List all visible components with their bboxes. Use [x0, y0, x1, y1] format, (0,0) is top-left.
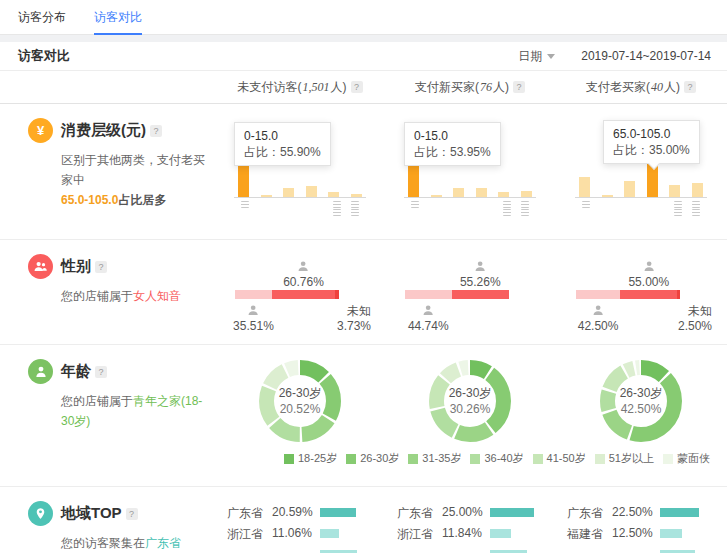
section-toolbar: 访客对比 日期 2019-07-14~2019-07-14: [0, 42, 727, 71]
section-title: 地域TOP: [61, 504, 122, 523]
section-region-top: 地域TOP ? 您的访客聚集在广东省 广东省20.59%浙江省11.06% 广东…: [0, 487, 727, 553]
location-pin-icon: [28, 501, 53, 526]
legend-item: 18-25岁: [284, 451, 337, 466]
help-icon[interactable]: ?: [513, 81, 525, 93]
tooltip-share: 占比：53.95%: [414, 144, 491, 160]
help-icon[interactable]: ?: [95, 261, 107, 273]
tooltip-range: 0-15.0: [414, 128, 491, 144]
axis-tick-icon: [674, 209, 682, 216]
gender-people-icon: [28, 254, 53, 279]
consumption-chart-unpaid: 0-15.0占比：55.90%: [234, 120, 366, 218]
section-consumption-level: ¥ 消费层级(元) ? 区别于其他两类，支付老买家中 65.0-105.0占比居…: [0, 104, 727, 240]
person-icon: [297, 260, 310, 273]
legend-swatch-icon: [470, 454, 480, 464]
column-header-repeat-buyers: 支付老买家(40人)?: [555, 79, 727, 96]
unknown-percent: 3.73%: [337, 319, 371, 334]
date-dropdown-label: 日期: [518, 48, 542, 65]
axis-tick-icon: [692, 209, 700, 216]
chart-tooltip: 65.0-105.0占比：35.00%: [603, 120, 700, 164]
chart-tooltip: 0-15.0占比：53.95%: [404, 122, 501, 166]
bar: [351, 194, 362, 197]
male-percent: 44.74%: [408, 320, 449, 333]
bar: [579, 177, 590, 197]
age-donut-unpaid: 26-30岁20.52%: [258, 359, 342, 443]
province-percent: 11.06%: [272, 526, 320, 540]
gender-chart-new-buyers: 55.26%44.74%: [395, 260, 545, 344]
bar: [328, 192, 339, 197]
legend-label: 51岁以上: [609, 451, 654, 466]
gender-bar: [235, 290, 339, 299]
province-bar: [490, 529, 511, 538]
bar: [431, 195, 442, 197]
tooltip-share: 占比：35.00%: [613, 142, 690, 158]
bar: [602, 195, 613, 197]
bar: [692, 183, 703, 197]
province-bar: [660, 508, 699, 517]
help-icon[interactable]: ?: [95, 366, 107, 378]
person-icon: [642, 260, 655, 273]
unknown-share: 未知3.73%: [337, 304, 371, 334]
axis-tick-icon: [521, 201, 529, 208]
column-header-new-buyers: 支付新买家(76人)?: [385, 79, 555, 96]
tooltip-range: 0-15.0: [244, 128, 321, 144]
legend-swatch-icon: [408, 454, 418, 464]
female-segment: [620, 290, 677, 299]
age-donut-repeat-buyers: 26-30岁42.50%: [599, 359, 683, 443]
help-icon[interactable]: ?: [150, 125, 162, 137]
region-row: 广东省25.00%: [397, 505, 553, 526]
axis-labels: [234, 200, 366, 217]
province-percent: 11.84%: [442, 526, 490, 540]
axis-tick-icon: [351, 201, 359, 208]
tooltip-range: 65.0-105.0: [613, 126, 690, 142]
bar-chart: [234, 162, 366, 198]
page-title: 访客对比: [18, 47, 70, 65]
bar: [283, 188, 294, 197]
date-dropdown[interactable]: 日期: [518, 48, 555, 65]
help-icon[interactable]: ?: [684, 81, 696, 93]
consumption-chart-repeat-buyers: 65.0-105.0占比：35.00%: [575, 120, 707, 218]
male-percent: 35.51%: [233, 320, 274, 333]
legend-swatch-icon: [663, 454, 673, 464]
section-age: 年龄 ? 您的店铺属于青年之家(18-30岁) 26-30岁20.52% 26-…: [0, 345, 727, 487]
tab-bar: 访客分布 访客对比: [0, 0, 727, 35]
region-row: 广东省22.50%: [567, 505, 723, 526]
province-percent: 20.59%: [272, 505, 320, 519]
age-legend: 18-25岁26-30岁31-35岁36-40岁41-50岁51岁以上蒙面侠: [284, 451, 727, 466]
legend-label: 41-50岁: [547, 451, 586, 466]
province-bar: [660, 529, 682, 538]
person-icon: [422, 304, 435, 317]
province-bar: [320, 508, 356, 517]
legend-item: 36-40岁: [470, 451, 523, 466]
region-row: [397, 547, 553, 553]
axis-tick-icon: [333, 209, 341, 216]
axis-tick-icon: [503, 209, 511, 216]
axis-tick-icon: [333, 201, 341, 208]
section-insight: 您的店铺属于青年之家(18-30岁): [61, 391, 215, 431]
legend-label: 蒙面侠: [677, 451, 710, 466]
axis-tick-icon: [503, 201, 511, 208]
province-bar: [490, 508, 534, 517]
region-row: 广东省20.59%: [227, 505, 383, 526]
help-icon[interactable]: ?: [351, 81, 363, 93]
legend-swatch-icon: [533, 454, 543, 464]
person-icon: [592, 304, 605, 317]
province-name: 浙江省: [227, 526, 272, 543]
date-range: 2019-07-14~2019-07-14: [581, 49, 711, 63]
unknown-label: 未知: [678, 304, 712, 319]
chart-tooltip: 0-15.0占比：55.90%: [234, 122, 331, 166]
tab-visitor-compare[interactable]: 访客对比: [94, 0, 142, 34]
region-row: 浙江省11.84%: [397, 526, 553, 547]
bar: [498, 192, 509, 197]
section-insight: 您的访客聚集在广东省: [61, 533, 215, 553]
column-headers: 未支付访客(1,501人)? 支付新买家(76人)? 支付老买家(40人)?: [0, 71, 727, 104]
legend-swatch-icon: [346, 454, 356, 464]
age-donut-new-buyers: 26-30岁30.26%: [428, 359, 512, 443]
tab-visitor-distribution[interactable]: 访客分布: [18, 0, 66, 34]
help-icon[interactable]: ?: [126, 508, 138, 520]
legend-label: 18-25岁: [298, 451, 337, 466]
region-row: 福建省12.50%: [567, 526, 723, 547]
female-segment: [452, 290, 509, 299]
axis-labels: [404, 200, 536, 217]
consumption-chart-new-buyers: 0-15.0占比：53.95%: [404, 120, 536, 218]
section-title: 消费层级(元): [61, 121, 146, 140]
